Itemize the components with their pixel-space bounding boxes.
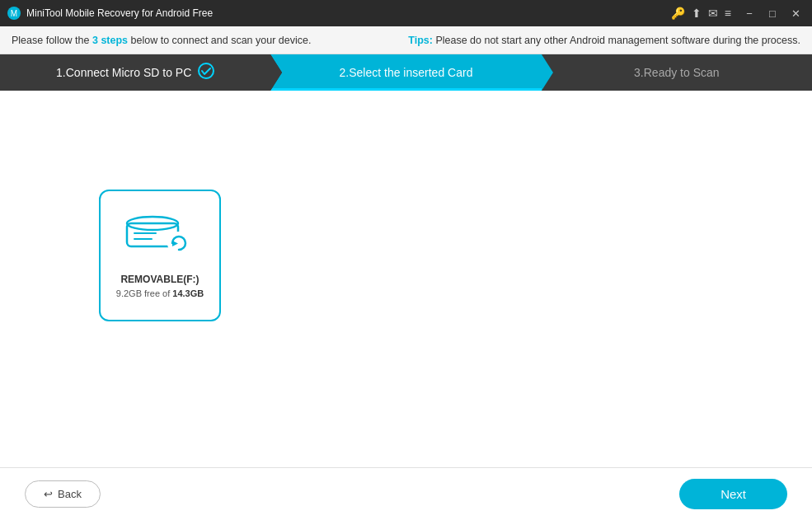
- drive-size-free: 9.2GB: [116, 288, 142, 298]
- steps-highlight: 3 steps: [92, 35, 128, 46]
- email-icon[interactable]: ✉: [708, 7, 718, 20]
- svg-point-2: [199, 63, 214, 78]
- maximize-button[interactable]: □: [763, 5, 782, 21]
- next-button[interactable]: Next: [679, 479, 787, 509]
- toolbar-icons: 🔑 ⬆ ✉ ≡: [671, 7, 731, 20]
- steps-bar: 1.Connect Micro SD to PC 2.Select the in…: [0, 54, 812, 91]
- step-2: 2.Select the inserted Card: [270, 54, 541, 91]
- info-bar: Please follow the 3 steps below to conne…: [0, 26, 812, 54]
- title-bar: M MiniTool Mobile Recovery for Android F…: [0, 0, 812, 26]
- back-label: Back: [58, 488, 82, 500]
- minimize-button[interactable]: −: [739, 5, 759, 21]
- tips-text: Please do not start any other Android ma…: [433, 35, 800, 46]
- drive-icon-area: [123, 213, 197, 262]
- drive-label: REMOVABLE(F:): [120, 274, 199, 285]
- step-1-label: 1.Connect Micro SD to PC: [56, 66, 191, 79]
- app-icon: M: [7, 6, 21, 21]
- step-1-check-icon: [198, 63, 214, 82]
- key-icon[interactable]: 🔑: [671, 7, 685, 20]
- back-button[interactable]: ↩ Back: [25, 480, 101, 508]
- back-arrow-icon: ↩: [44, 488, 53, 500]
- svg-text:M: M: [11, 9, 17, 18]
- info-message: Please follow the 3 steps below to conne…: [12, 35, 311, 46]
- close-button[interactable]: ✕: [786, 5, 805, 21]
- step-2-label: 2.Select the inserted Card: [340, 66, 473, 79]
- drive-size: 9.2GB free of 14.3GB: [116, 288, 204, 298]
- window-controls: − □ ✕: [739, 5, 805, 21]
- info-suffix: below to connect and scan your device.: [128, 35, 311, 46]
- app-title: MiniTool Mobile Recovery for Android Fre…: [26, 7, 671, 19]
- svg-point-7: [167, 232, 190, 255]
- main-content: REMOVABLE(F:) 9.2GB free of 14.3GB: [0, 91, 812, 467]
- tips-section: Tips: Please do not start any other Andr…: [408, 35, 800, 46]
- drive-card[interactable]: REMOVABLE(F:) 9.2GB free of 14.3GB: [99, 190, 221, 321]
- step-3: 3.Ready to Scan: [542, 54, 812, 91]
- step-1: 1.Connect Micro SD to PC: [0, 54, 270, 91]
- menu-icon[interactable]: ≡: [725, 7, 731, 20]
- drive-size-total: 14.3GB: [172, 288, 204, 298]
- step-3-label: 3.Ready to Scan: [634, 66, 720, 79]
- info-prefix: Please follow the: [12, 35, 92, 46]
- upload-icon[interactable]: ⬆: [692, 7, 702, 20]
- tips-label: Tips:: [408, 35, 433, 46]
- bottom-bar: ↩ Back Next: [0, 467, 812, 520]
